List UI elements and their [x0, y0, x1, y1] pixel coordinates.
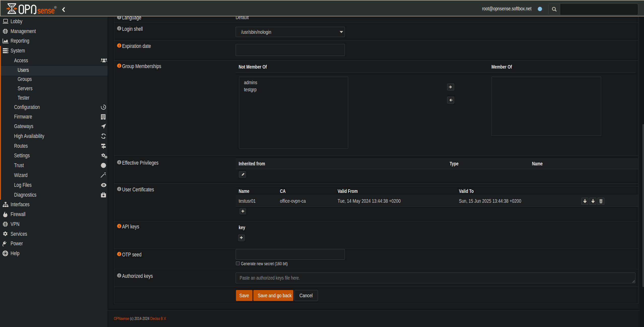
- svg-text:sense: sense: [37, 6, 55, 15]
- svg-text:®: ®: [54, 6, 57, 9]
